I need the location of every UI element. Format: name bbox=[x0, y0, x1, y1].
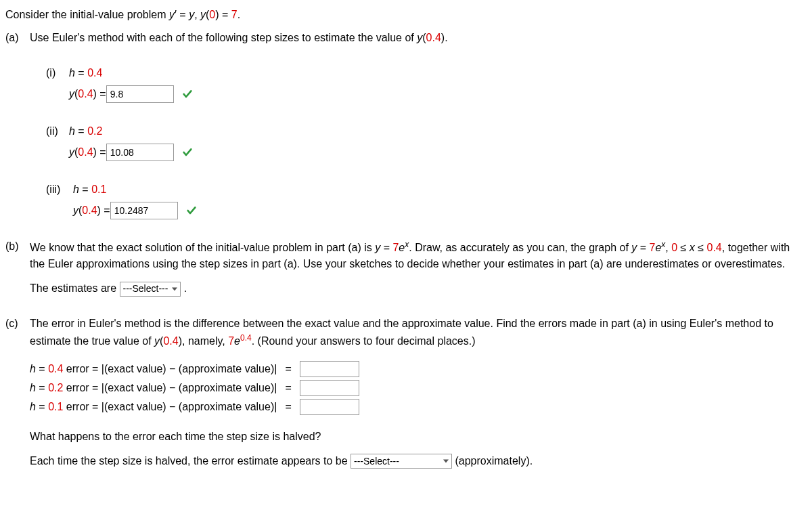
error-input-3[interactable] bbox=[300, 399, 359, 415]
part-c-question: What happens to the error each time the … bbox=[30, 429, 807, 445]
estimates-select[interactable]: ---Select--- bbox=[120, 282, 181, 297]
sub-item-ii: (ii) h = 0.2 y(0.4) = bbox=[46, 123, 807, 161]
sub-h-i: h = 0.4 bbox=[69, 65, 102, 81]
part-c-row: (c) The error in Euler's method is the d… bbox=[5, 316, 807, 358]
sub-y-i: y(0.4) = bbox=[69, 86, 106, 102]
answer-input-ii[interactable] bbox=[106, 144, 174, 161]
part-c-text: The error in Euler's method is the diffe… bbox=[30, 316, 807, 358]
sub-h-ii: h = 0.2 bbox=[69, 123, 102, 139]
part-a-label: (a) bbox=[5, 30, 30, 46]
part-b-row: (b) We know that the exact solution of t… bbox=[5, 238, 807, 297]
part-b-text: We know that the exact solution of the i… bbox=[30, 238, 807, 297]
check-icon bbox=[186, 205, 197, 216]
error-input-2[interactable] bbox=[300, 380, 359, 396]
error-behavior-select[interactable]: ---Select--- bbox=[351, 454, 452, 469]
sub-h-iii: h = 0.1 bbox=[73, 181, 106, 198]
sub-label-ii: (ii) bbox=[46, 123, 69, 139]
part-c-final: Each time the step size is halved, the e… bbox=[30, 453, 807, 469]
error-line-2: h = 0.2 error = |(exact value) − (approx… bbox=[30, 380, 807, 396]
check-icon bbox=[182, 89, 193, 100]
sub-item-iii: (iii) h = 0.1 y(0.4) = bbox=[46, 181, 807, 219]
error-line-3: h = 0.1 error = |(exact value) − (approx… bbox=[30, 399, 807, 415]
answer-input-iii[interactable] bbox=[110, 202, 178, 219]
part-b-conclusion: The estimates are ---Select--- . bbox=[30, 280, 807, 297]
error-input-1[interactable] bbox=[300, 361, 359, 377]
intro-text: Consider the initial-value problem y′ = … bbox=[5, 7, 240, 23]
part-a-text: Use Euler's method with each of the foll… bbox=[30, 30, 807, 46]
error-line-1: h = 0.4 error = |(exact value) − (approx… bbox=[30, 361, 807, 377]
part-c-errors: h = 0.4 error = |(exact value) − (approx… bbox=[5, 361, 807, 415]
intro-statement: Consider the initial-value problem y′ = … bbox=[5, 7, 807, 23]
part-a-row: (a) Use Euler's method with each of the … bbox=[5, 30, 807, 46]
sub-y-ii: y(0.4) = bbox=[69, 144, 106, 160]
sub-label-i: (i) bbox=[46, 65, 69, 81]
part-a-subitems: (i) h = 0.4 y(0.4) = (ii) h = 0.2 y(0.4)… bbox=[46, 65, 807, 219]
check-icon bbox=[182, 147, 193, 158]
sub-y-iii: y(0.4) = bbox=[73, 202, 110, 219]
answer-input-i[interactable] bbox=[106, 85, 174, 103]
part-c-label: (c) bbox=[5, 316, 30, 332]
part-b-label: (b) bbox=[5, 238, 30, 255]
sub-item-i: (i) h = 0.4 y(0.4) = bbox=[46, 65, 807, 103]
sub-label-iii: (iii) bbox=[46, 181, 73, 198]
